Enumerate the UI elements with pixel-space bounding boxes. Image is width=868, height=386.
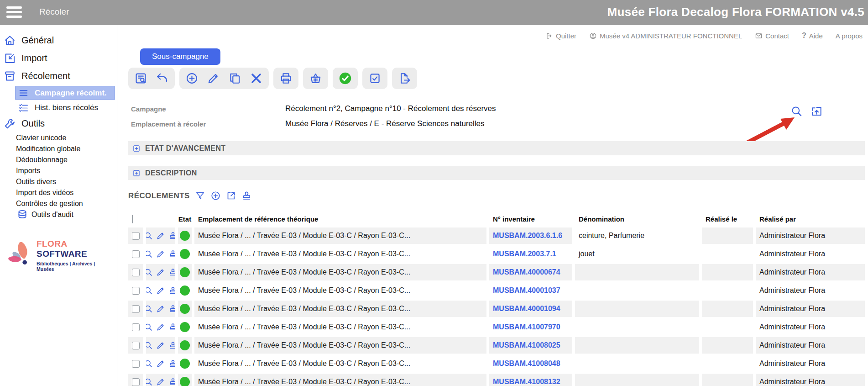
edit-icon[interactable] — [156, 304, 165, 313]
edit-icon[interactable] — [207, 72, 220, 85]
search-icon[interactable] — [146, 341, 153, 350]
search-icon[interactable] — [146, 231, 153, 240]
status-dot-green — [180, 267, 190, 277]
inventory-number-link[interactable]: MUSBAM.40001037 — [493, 286, 560, 295]
apropos-link[interactable]: A propos — [836, 32, 863, 40]
edit-icon[interactable] — [156, 249, 165, 259]
sidebar-item-label: Outils divers — [16, 178, 56, 186]
recolements-title: RÉCOLEMENTS — [128, 191, 190, 201]
search-icon[interactable] — [146, 249, 153, 259]
sidebar-item-modification-globale[interactable]: Modification globale — [0, 143, 117, 154]
emplacement-value: Musée Flora / ... / Travée E-03 / Module… — [198, 360, 410, 368]
validate-icon[interactable] — [339, 72, 352, 85]
row-checkbox[interactable] — [132, 269, 140, 276]
stamp-icon[interactable] — [168, 341, 175, 350]
sidebar-item-import-des-vid-os[interactable]: Import des vidéos — [0, 187, 117, 198]
search-icon[interactable] — [146, 268, 153, 277]
basket-icon[interactable] — [309, 72, 322, 85]
edit-icon[interactable] — [156, 341, 165, 350]
inventory-number-link[interactable]: MUSBAM.2003.7.1 — [493, 250, 556, 258]
sidebar-item-outils-d-audit[interactable]: Outils d'audit — [0, 209, 117, 220]
inventory-number-link[interactable]: MUSBAM.41008048 — [493, 360, 560, 368]
expand-plus-icon[interactable] — [132, 169, 141, 177]
sidebar-item-contr-les-de-gestion[interactable]: Contrôles de gestion — [0, 198, 117, 209]
stamp-icon[interactable] — [168, 304, 175, 313]
stamp-icon[interactable] — [168, 359, 175, 368]
row-checkbox[interactable] — [132, 360, 140, 368]
stamp-icon[interactable] — [168, 249, 175, 259]
stamp-icon[interactable] — [168, 323, 175, 332]
row-checkbox[interactable] — [132, 342, 140, 349]
stamp-icon[interactable] — [168, 231, 175, 240]
search-icon[interactable] — [146, 286, 153, 295]
sidebar-item-import[interactable]: Import — [0, 49, 117, 67]
sidebar-item-r-colement[interactable]: Récolement — [0, 67, 117, 85]
copy-icon[interactable] — [228, 72, 241, 85]
aide-link[interactable]: ? Aide — [802, 32, 823, 40]
sidebar-item-campagne-r-colmt[interactable]: Campagne récolmt. — [15, 86, 115, 100]
row-checkbox[interactable] — [132, 250, 140, 258]
sidebar-item-label: Contrôles de gestion — [16, 200, 83, 208]
search-icon[interactable] — [790, 105, 803, 117]
stamp-icon[interactable] — [241, 190, 252, 201]
expand-plus-icon[interactable] — [132, 144, 141, 153]
sidebar-item-hist-biens-r-col-s[interactable]: Hist. biens récolés — [0, 101, 117, 115]
tab-sous-campagne[interactable]: Sous-campagne — [140, 48, 220, 65]
realise-par-value: Administrateur Flora — [759, 378, 825, 386]
quitter-link[interactable]: Quitter — [545, 32, 576, 40]
add-icon[interactable] — [185, 72, 199, 85]
user-menu[interactable]: Musée v4 ADMINISTRATEUR FONCTIONNEL — [589, 32, 742, 40]
row-checkbox[interactable] — [132, 305, 140, 313]
inventory-number-link[interactable]: MUSBAM.41008132 — [493, 378, 560, 386]
search-icon[interactable] — [146, 323, 153, 332]
question-mark-icon: ? — [802, 32, 806, 40]
edit-icon[interactable] — [156, 323, 165, 332]
inventory-number-link[interactable]: MUSBAM.41008025 — [493, 341, 560, 349]
undo-icon[interactable] — [156, 72, 169, 85]
sidebar-item-outils[interactable]: Outils — [0, 115, 117, 132]
section-description[interactable]: DESCRIPTION — [128, 166, 865, 180]
stamp-icon[interactable] — [168, 377, 175, 386]
sidebar-item-imports[interactable]: Imports — [0, 165, 117, 176]
sidebar-item-g-n-ral[interactable]: Général — [0, 32, 117, 49]
col-realise-le: Réalisé le — [702, 215, 753, 223]
row-checkbox[interactable] — [132, 378, 140, 386]
sidebar-item-clavier-unicode[interactable]: Clavier unicode — [0, 132, 117, 143]
realise-par-value: Administrateur Flora — [759, 323, 825, 331]
filter-icon[interactable] — [195, 190, 205, 201]
task-check-icon[interactable] — [368, 72, 382, 85]
inventory-number-link[interactable]: MUSBAM.40001094 — [493, 305, 560, 313]
search-icon[interactable] — [146, 359, 153, 368]
edit-icon[interactable] — [156, 286, 165, 295]
search-icon[interactable] — [146, 304, 153, 313]
search-icon[interactable] — [146, 377, 153, 386]
list-search-icon[interactable] — [134, 72, 147, 85]
sidebar-item-d-doublonnage[interactable]: Dédoublonnage — [0, 154, 117, 165]
exit-icon — [545, 32, 553, 40]
sidebar-item-label: Imports — [16, 167, 40, 175]
sidebar-item-label: Import des vidéos — [16, 189, 73, 197]
export-icon[interactable] — [398, 72, 411, 85]
stamp-icon[interactable] — [168, 286, 175, 295]
inventory-number-link[interactable]: MUSBAM.41007970 — [493, 323, 560, 331]
edit-icon[interactable] — [156, 377, 165, 386]
inventory-number-link[interactable]: MUSBAM.2003.6.1.6 — [493, 232, 562, 240]
inventory-number-link[interactable]: MUSBAM.40000674 — [493, 268, 560, 276]
section-etat-avancement[interactable]: ETAT D'AVANCEMENT — [128, 141, 865, 155]
external-link-icon[interactable] — [226, 190, 236, 201]
select-all-checkbox[interactable] — [132, 215, 133, 223]
contact-link[interactable]: Contact — [755, 32, 789, 40]
edit-icon[interactable] — [156, 359, 165, 368]
delete-icon[interactable] — [250, 72, 263, 85]
stamp-icon[interactable] — [168, 268, 175, 277]
window-open-icon[interactable] — [810, 105, 823, 117]
sidebar-item-outils-divers[interactable]: Outils divers — [0, 176, 117, 187]
add-icon[interactable] — [210, 190, 221, 201]
row-checkbox[interactable] — [132, 323, 140, 331]
hamburger-menu-icon[interactable] — [6, 6, 22, 19]
row-checkbox[interactable] — [132, 287, 140, 295]
print-icon[interactable] — [279, 72, 293, 85]
row-checkbox[interactable] — [132, 232, 140, 240]
edit-icon[interactable] — [156, 268, 165, 277]
edit-icon[interactable] — [156, 231, 165, 240]
